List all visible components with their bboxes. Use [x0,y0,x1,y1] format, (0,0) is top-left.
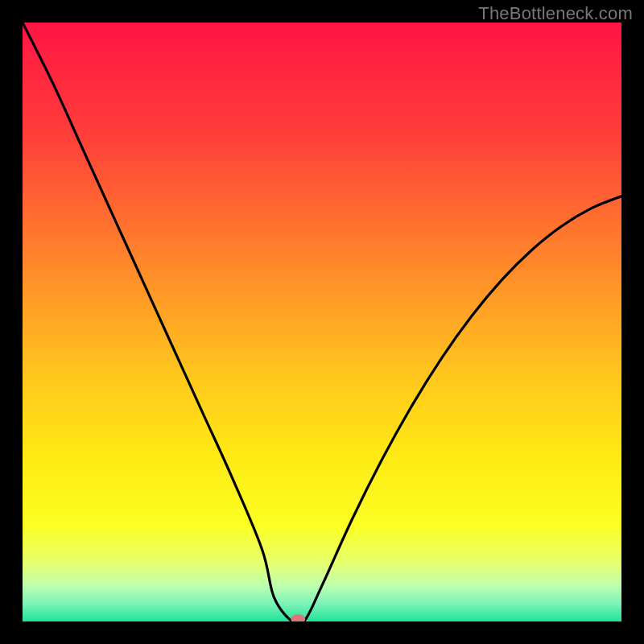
plot-area [23,23,621,621]
gradient-background [23,23,621,621]
watermark-text: TheBottleneck.com [478,3,633,24]
chart-frame: TheBottleneck.com [0,0,644,644]
chart-svg [23,23,621,621]
